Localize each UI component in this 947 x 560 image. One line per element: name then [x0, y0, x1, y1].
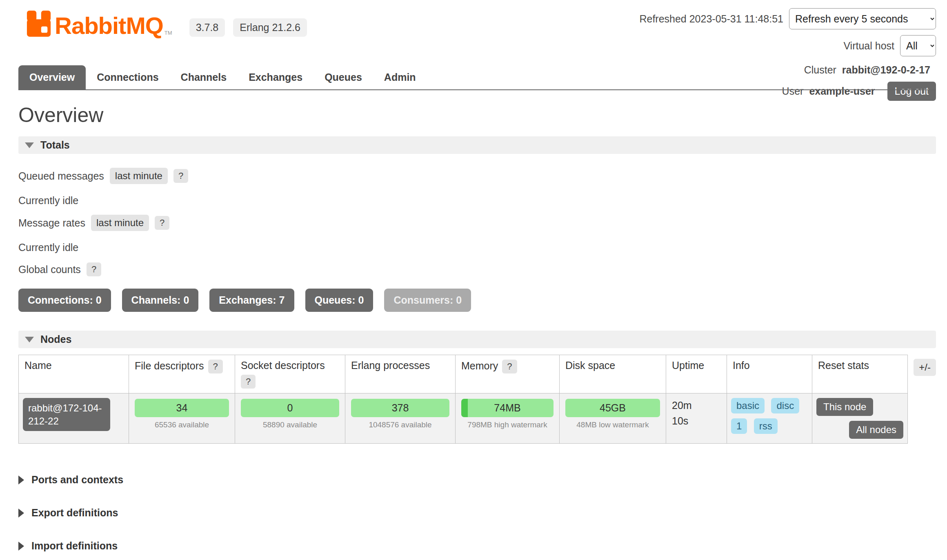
reset-this-node-button[interactable]: This node	[816, 398, 873, 416]
memory-note: 798MB high watermark	[460, 420, 555, 429]
col-header-erlang-processes: Erlang processes	[345, 355, 456, 393]
export-definitions-section-header[interactable]: Export definitions	[18, 507, 936, 519]
disk-space-bar: 45GB	[565, 399, 660, 417]
node-name-cell: rabbit@172-104-212-22	[19, 393, 129, 444]
col-header-file-descriptors: File descriptors?	[129, 355, 235, 393]
reset-all-nodes-button[interactable]: All nodes	[849, 421, 903, 439]
column-toggle-button[interactable]: +/-	[914, 359, 936, 376]
col-header-socket-descriptors: Socket descriptors?	[235, 355, 345, 393]
file-descriptors-note: 65536 available	[133, 420, 231, 429]
erlang-processes-cell: 378 1048576 available	[345, 393, 456, 444]
col-header-reset-stats: Reset stats	[812, 355, 908, 393]
erlang-processes-bar: 378	[351, 399, 449, 417]
col-header-uptime: Uptime	[666, 355, 727, 393]
message-rates-idle-text: Currently idle	[18, 242, 936, 253]
socket-descriptors-cell: 0 58890 available	[235, 393, 345, 444]
memory-help-icon[interactable]: ?	[502, 360, 517, 373]
uptime-cell: 20m 10s	[666, 393, 727, 444]
reset-stats-cell: This node All nodes	[812, 393, 908, 444]
message-rates-label: Message rates	[18, 217, 85, 229]
memory-cell: 74MB 798MB high watermark	[456, 393, 560, 444]
uptime-value: 20m 10s	[670, 398, 703, 429]
info-badge-disc: disc	[771, 398, 799, 413]
version-badges: 3.7.8 Erlang 21.2.6	[189, 18, 315, 37]
exchanges-count-badge: Exchanges: 7	[209, 289, 294, 312]
nodes-table: Name File descriptors? Socket descriptor…	[18, 355, 908, 444]
main-content: Overview Totals Queued messages last min…	[18, 103, 936, 560]
erlang-processes-note: 1048576 available	[349, 420, 451, 429]
nodes-section-header[interactable]: Nodes	[18, 331, 936, 348]
erlang-version-badge: Erlang 21.2.6	[233, 18, 307, 37]
info-badges-line2: 1 rss	[731, 418, 808, 434]
logo-row: RabbitMQ TM 3.7.8 Erlang 21.2.6	[26, 10, 315, 38]
rabbitmq-logo-icon	[26, 10, 51, 38]
node-row: rabbit@172-104-212-22 34 65536 available…	[19, 393, 908, 444]
tab-channels[interactable]: Channels	[170, 65, 238, 89]
file-descriptors-help-icon[interactable]: ?	[208, 360, 223, 373]
info-badges-line1: basic disc	[731, 398, 808, 413]
ports-and-contexts-title: Ports and contexts	[31, 474, 123, 486]
info-badge-basic: basic	[731, 398, 765, 413]
queued-messages-mode-badge[interactable]: last minute	[110, 168, 168, 184]
page-title: Overview	[18, 103, 936, 127]
col-header-info: Info	[727, 355, 812, 393]
import-definitions-section-header[interactable]: Import definitions	[18, 540, 936, 552]
node-name-badge: rabbit@172-104-212-22	[23, 398, 110, 431]
import-definitions-title: Import definitions	[31, 540, 118, 552]
expand-arrow-icon[interactable]	[18, 509, 24, 518]
tab-overview[interactable]: Overview	[18, 65, 86, 89]
virtual-host-select[interactable]: All	[900, 35, 936, 56]
socket-descriptors-help-icon[interactable]: ?	[241, 375, 256, 389]
queued-messages-idle-text: Currently idle	[18, 195, 936, 207]
message-rates-line: Message rates last minute ?	[18, 215, 936, 231]
tab-queues[interactable]: Queues	[313, 65, 373, 89]
queued-messages-label: Queued messages	[18, 170, 104, 182]
virtual-host-row: Virtual host All	[843, 35, 936, 56]
disk-space-note: 48MB low watermark	[564, 420, 662, 429]
export-definitions-title: Export definitions	[31, 507, 118, 519]
global-counts-line: Global counts ?	[18, 262, 936, 276]
main-nav-tabs: Overview Connections Channels Exchanges …	[18, 65, 936, 90]
global-counters-row: Connections: 0 Channels: 0 Exchanges: 7 …	[18, 289, 936, 312]
refreshed-timestamp: Refreshed 2023-05-31 11:48:51	[639, 13, 783, 25]
col-header-memory: Memory?	[456, 355, 560, 393]
info-badge-rss: rss	[754, 418, 778, 434]
expand-arrow-icon[interactable]	[18, 476, 24, 484]
queued-messages-line: Queued messages last minute ?	[18, 168, 936, 184]
message-rates-mode-badge[interactable]: last minute	[91, 215, 149, 231]
nodes-table-header-row: Name File descriptors? Socket descriptor…	[19, 355, 908, 393]
queues-count-badge: Queues: 0	[305, 289, 373, 312]
expand-arrow-icon[interactable]	[18, 542, 24, 551]
info-badge-version: 1	[731, 418, 747, 434]
file-descriptors-cell: 34 65536 available	[129, 393, 235, 444]
rabbitmq-management-page: RabbitMQ TM 3.7.8 Erlang 21.2.6 Refreshe…	[0, 0, 947, 560]
file-descriptors-bar: 34	[135, 399, 229, 417]
virtual-host-label: Virtual host	[843, 40, 894, 52]
message-rates-help-icon[interactable]: ?	[155, 216, 169, 230]
ports-and-contexts-section-header[interactable]: Ports and contexts	[18, 474, 936, 486]
header-right: Refreshed 2023-05-31 11:48:51 Refresh ev…	[639, 8, 936, 107]
queued-messages-help-icon[interactable]: ?	[173, 169, 188, 183]
global-counts-label: Global counts	[18, 264, 81, 276]
collapse-arrow-icon[interactable]	[25, 142, 34, 148]
rabbitmq-wordmark: RabbitMQ	[55, 14, 163, 38]
global-counts-help-icon[interactable]: ?	[87, 262, 101, 276]
socket-descriptors-bar: 0	[241, 399, 339, 417]
refresh-interval-select[interactable]: Refresh every 5 seconds	[789, 8, 936, 29]
nodes-table-area: Name File descriptors? Socket descriptor…	[18, 355, 936, 444]
col-header-name: Name	[19, 355, 129, 393]
tab-admin[interactable]: Admin	[373, 65, 427, 89]
channels-count-badge: Channels: 0	[122, 289, 199, 312]
trademark-symbol: TM	[165, 30, 172, 36]
rabbitmq-version-badge: 3.7.8	[189, 18, 225, 37]
totals-section-header[interactable]: Totals	[18, 136, 936, 154]
disk-space-cell: 45GB 48MB low watermark	[560, 393, 666, 444]
collapse-arrow-icon[interactable]	[25, 337, 34, 342]
nodes-section-title: Nodes	[40, 333, 71, 345]
socket-descriptors-note: 58890 available	[239, 420, 341, 429]
col-header-disk-space: Disk space	[560, 355, 666, 393]
tab-exchanges[interactable]: Exchanges	[238, 65, 313, 89]
info-cell: basic disc 1 rss	[727, 393, 812, 444]
memory-bar: 74MB	[461, 399, 554, 417]
tab-connections[interactable]: Connections	[86, 65, 169, 89]
